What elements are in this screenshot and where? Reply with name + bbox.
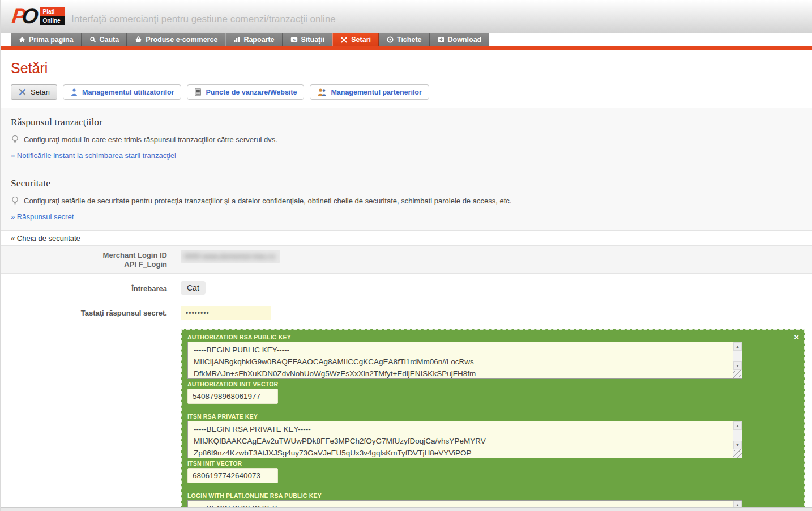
question-row: Întrebarea Cat xyxy=(1,274,812,301)
lightbulb-icon xyxy=(11,135,19,144)
question-value: Cat xyxy=(181,281,206,295)
section-description: Configuraţi modul în care este trimis ră… xyxy=(24,135,277,144)
resize-grip-icon[interactable] xyxy=(733,449,742,458)
link-notificari-instant[interactable]: » Notificările instant la schimbarea sta… xyxy=(11,151,176,160)
pos-website-button[interactable]: Puncte de vanzare/Website xyxy=(187,84,304,100)
basket-icon xyxy=(135,36,142,43)
authorization-init-vector-input[interactable] xyxy=(187,389,278,404)
button-label: Puncte de vanzare/Website xyxy=(206,88,297,96)
secret-answer-row: Tastaţi răspunsul secret. xyxy=(1,301,812,329)
user-management-button[interactable]: Managementul utilizatorilor xyxy=(63,84,182,100)
main-nav: Prima pagină Caută Produse e-commerce Ra… xyxy=(1,33,812,46)
download-icon xyxy=(438,36,445,43)
authorization-init-vector-label: AUTHORIZATION INIT VECTOR xyxy=(187,381,798,387)
tools-icon xyxy=(18,88,27,96)
app-header: PO Plati Online Interfaţă comercianţi pe… xyxy=(1,0,812,33)
itsn-init-vector-label: ITSN INIT VECTOR xyxy=(187,460,798,467)
tab-produse-ecommerce[interactable]: Produse e-commerce xyxy=(127,33,225,46)
header-subtitle: Interfaţă comercianţi pentru gestiune co… xyxy=(71,14,336,25)
search-icon xyxy=(89,36,96,43)
merchant-settings-page: PO Plati Online Interfaţă comercianţi pe… xyxy=(0,0,812,511)
tab-cauta[interactable]: Caută xyxy=(82,33,127,46)
scroll-up-arrow-icon[interactable]: ▲ xyxy=(733,421,742,430)
button-label: Managementul utilizatorilor xyxy=(82,88,174,96)
tab-prima-pagina[interactable]: Prima pagină xyxy=(11,33,82,46)
itsn-init-vector-input[interactable] xyxy=(187,468,278,483)
scroll-down-arrow-icon[interactable]: ▼ xyxy=(733,441,742,449)
question-label: Întrebarea xyxy=(1,281,176,295)
tab-label: Tichete xyxy=(397,36,422,44)
authorization-rsa-public-key-textarea[interactable]: -----BEGIN PUBLIC KEY----- MIICIjANBgkqh… xyxy=(187,342,742,379)
itsn-rsa-private-key-label: ITSN RSA PRIVATE KEY xyxy=(187,413,798,420)
section-securitate: Securitate Configuraţi setările de secur… xyxy=(1,169,812,230)
partner-management-button[interactable]: Managementul partenerilor xyxy=(310,84,429,100)
tab-label: Rapoarte xyxy=(243,36,274,44)
setari-button[interactable]: Setări xyxy=(11,84,57,100)
section-title: Securitate xyxy=(11,177,802,189)
logo-po-glyphs: PO xyxy=(11,6,35,27)
security-keys-panel: × AUTHORIZATION RSA PUBLIC KEY -----BEGI… xyxy=(181,329,805,511)
ticket-icon xyxy=(387,36,394,43)
bar-chart-icon xyxy=(233,36,240,43)
tab-rapoarte[interactable]: Rapoarte xyxy=(225,33,282,46)
tools-icon xyxy=(340,36,348,44)
lightbulb-icon xyxy=(11,196,19,205)
tab-label: Produse e-commerce xyxy=(146,36,217,44)
users-icon xyxy=(317,88,327,96)
home-icon xyxy=(19,36,25,43)
info-sections: Răspunsul tranzacţiilor Configuraţi modu… xyxy=(1,108,812,231)
login-rsa-public-key-label: LOGIN WITH PLATI.ONLINE RSA PUBLIC KEY xyxy=(187,492,798,499)
merchant-login-label: Merchant Login ID API F_Login xyxy=(1,250,176,269)
section-raspunsul-tranzactiilor: Răspunsul tranzacţiilor Configuraţi modu… xyxy=(1,108,812,169)
accent-bar xyxy=(1,46,812,50)
user-icon xyxy=(70,88,78,96)
tab-label: Download xyxy=(448,36,482,44)
tab-situatii[interactable]: $ Situaţii xyxy=(283,33,333,46)
money-icon: $ xyxy=(290,36,298,43)
tab-download[interactable]: Download xyxy=(430,33,490,46)
tab-tichete[interactable]: Tichete xyxy=(379,33,430,46)
close-icon[interactable]: × xyxy=(794,333,799,341)
scroll-down-arrow-icon[interactable]: ▼ xyxy=(733,361,742,370)
tab-label: Situaţii xyxy=(301,36,325,44)
settings-toolbar: Setări Managementul utilizatorilor Punct… xyxy=(11,84,812,100)
page-footer xyxy=(1,507,812,511)
resize-grip-icon[interactable] xyxy=(733,370,742,378)
secret-answer-input[interactable] xyxy=(181,306,271,320)
tab-label: Prima pagină xyxy=(29,36,74,44)
secret-answer-label: Tastaţi răspunsul secret. xyxy=(1,306,176,320)
button-label: Setări xyxy=(31,88,50,96)
tab-setari[interactable]: Setări xyxy=(332,33,379,46)
plati-online-logo[interactable]: PO Plati Online xyxy=(12,6,65,27)
button-label: Managementul partenerilor xyxy=(331,88,421,96)
itsn-rsa-private-key-textarea[interactable]: -----BEGIN RSA PRIVATE KEY----- MIIJKQIB… xyxy=(187,421,742,458)
tab-label: Caută xyxy=(100,36,119,44)
page-title: Setări xyxy=(11,60,812,76)
section-description: Configuraţi setările de securitate pentr… xyxy=(24,197,511,205)
scroll-up-arrow-icon[interactable]: ▲ xyxy=(733,342,742,351)
link-raspunsul-secret[interactable]: » Răspunsul secret xyxy=(11,212,74,221)
logo-badge-online: Online xyxy=(40,16,65,25)
merchant-login-blurred-value: 0000 www.domeniul-meu.ro xyxy=(181,250,280,263)
cheia-de-securitate-toggle[interactable]: « Cheia de securitate xyxy=(1,231,812,246)
svg-text:$: $ xyxy=(293,37,296,42)
pos-terminal-icon xyxy=(194,88,202,96)
merchant-login-row: Merchant Login ID API F_Login 0000 www.d… xyxy=(1,246,812,274)
logo-badge: Plati Online xyxy=(40,7,65,25)
authorization-rsa-public-key-label: AUTHORIZATION RSA PUBLIC KEY xyxy=(187,334,798,340)
section-title: Răspunsul tranzacţiilor xyxy=(11,116,802,128)
logo-badge-plati: Plati xyxy=(40,7,65,16)
tab-label: Setări xyxy=(351,36,371,44)
